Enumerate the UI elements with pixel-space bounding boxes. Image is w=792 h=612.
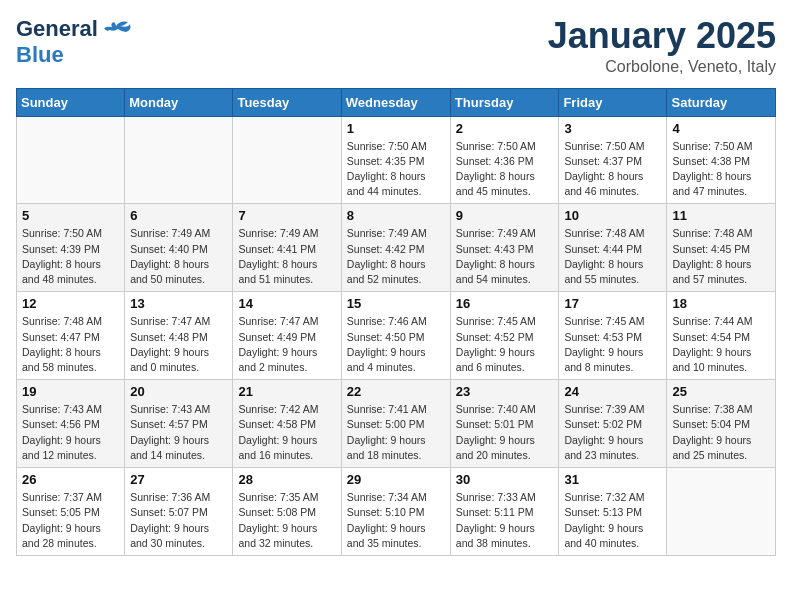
day-cell: 6Sunrise: 7:49 AM Sunset: 4:40 PM Daylig… (125, 204, 233, 292)
logo: General Blue (16, 16, 132, 68)
day-cell: 19Sunrise: 7:43 AM Sunset: 4:56 PM Dayli… (17, 380, 125, 468)
day-number: 27 (130, 472, 227, 487)
day-cell: 10Sunrise: 7:48 AM Sunset: 4:44 PM Dayli… (559, 204, 667, 292)
day-cell: 30Sunrise: 7:33 AM Sunset: 5:11 PM Dayli… (450, 468, 559, 556)
day-cell: 9Sunrise: 7:49 AM Sunset: 4:43 PM Daylig… (450, 204, 559, 292)
day-cell: 2Sunrise: 7:50 AM Sunset: 4:36 PM Daylig… (450, 116, 559, 204)
day-info: Sunrise: 7:32 AM Sunset: 5:13 PM Dayligh… (564, 490, 661, 551)
column-header-monday: Monday (125, 88, 233, 116)
week-row-3: 12Sunrise: 7:48 AM Sunset: 4:47 PM Dayli… (17, 292, 776, 380)
day-info: Sunrise: 7:44 AM Sunset: 4:54 PM Dayligh… (672, 314, 770, 375)
day-number: 6 (130, 208, 227, 223)
day-info: Sunrise: 7:50 AM Sunset: 4:37 PM Dayligh… (564, 139, 661, 200)
day-cell: 22Sunrise: 7:41 AM Sunset: 5:00 PM Dayli… (341, 380, 450, 468)
day-info: Sunrise: 7:48 AM Sunset: 4:44 PM Dayligh… (564, 226, 661, 287)
day-number: 25 (672, 384, 770, 399)
day-number: 11 (672, 208, 770, 223)
day-cell: 23Sunrise: 7:40 AM Sunset: 5:01 PM Dayli… (450, 380, 559, 468)
day-cell: 24Sunrise: 7:39 AM Sunset: 5:02 PM Dayli… (559, 380, 667, 468)
logo-general: General (16, 16, 98, 42)
title-area: January 2025 Corbolone, Veneto, Italy (548, 16, 776, 76)
day-cell: 3Sunrise: 7:50 AM Sunset: 4:37 PM Daylig… (559, 116, 667, 204)
day-number: 5 (22, 208, 119, 223)
day-info: Sunrise: 7:50 AM Sunset: 4:38 PM Dayligh… (672, 139, 770, 200)
day-info: Sunrise: 7:45 AM Sunset: 4:52 PM Dayligh… (456, 314, 554, 375)
day-info: Sunrise: 7:47 AM Sunset: 4:49 PM Dayligh… (238, 314, 335, 375)
column-header-friday: Friday (559, 88, 667, 116)
week-row-5: 26Sunrise: 7:37 AM Sunset: 5:05 PM Dayli… (17, 468, 776, 556)
day-number: 10 (564, 208, 661, 223)
day-number: 22 (347, 384, 445, 399)
logo-bird-icon (102, 18, 132, 40)
day-cell: 12Sunrise: 7:48 AM Sunset: 4:47 PM Dayli… (17, 292, 125, 380)
day-cell: 15Sunrise: 7:46 AM Sunset: 4:50 PM Dayli… (341, 292, 450, 380)
day-number: 9 (456, 208, 554, 223)
day-number: 4 (672, 121, 770, 136)
day-number: 16 (456, 296, 554, 311)
week-row-4: 19Sunrise: 7:43 AM Sunset: 4:56 PM Dayli… (17, 380, 776, 468)
day-info: Sunrise: 7:47 AM Sunset: 4:48 PM Dayligh… (130, 314, 227, 375)
column-header-sunday: Sunday (17, 88, 125, 116)
day-cell: 14Sunrise: 7:47 AM Sunset: 4:49 PM Dayli… (233, 292, 341, 380)
day-cell: 31Sunrise: 7:32 AM Sunset: 5:13 PM Dayli… (559, 468, 667, 556)
day-cell (17, 116, 125, 204)
column-header-saturday: Saturday (667, 88, 776, 116)
column-header-tuesday: Tuesday (233, 88, 341, 116)
day-info: Sunrise: 7:46 AM Sunset: 4:50 PM Dayligh… (347, 314, 445, 375)
day-info: Sunrise: 7:43 AM Sunset: 4:56 PM Dayligh… (22, 402, 119, 463)
day-info: Sunrise: 7:40 AM Sunset: 5:01 PM Dayligh… (456, 402, 554, 463)
day-cell: 13Sunrise: 7:47 AM Sunset: 4:48 PM Dayli… (125, 292, 233, 380)
day-cell: 7Sunrise: 7:49 AM Sunset: 4:41 PM Daylig… (233, 204, 341, 292)
day-number: 1 (347, 121, 445, 136)
day-cell: 11Sunrise: 7:48 AM Sunset: 4:45 PM Dayli… (667, 204, 776, 292)
day-cell (667, 468, 776, 556)
day-info: Sunrise: 7:43 AM Sunset: 4:57 PM Dayligh… (130, 402, 227, 463)
day-number: 8 (347, 208, 445, 223)
day-number: 3 (564, 121, 661, 136)
day-number: 21 (238, 384, 335, 399)
day-cell: 18Sunrise: 7:44 AM Sunset: 4:54 PM Dayli… (667, 292, 776, 380)
day-info: Sunrise: 7:48 AM Sunset: 4:47 PM Dayligh… (22, 314, 119, 375)
day-info: Sunrise: 7:49 AM Sunset: 4:41 PM Dayligh… (238, 226, 335, 287)
day-number: 13 (130, 296, 227, 311)
day-cell: 16Sunrise: 7:45 AM Sunset: 4:52 PM Dayli… (450, 292, 559, 380)
day-info: Sunrise: 7:50 AM Sunset: 4:39 PM Dayligh… (22, 226, 119, 287)
calendar: SundayMondayTuesdayWednesdayThursdayFrid… (16, 88, 776, 556)
column-header-wednesday: Wednesday (341, 88, 450, 116)
day-info: Sunrise: 7:42 AM Sunset: 4:58 PM Dayligh… (238, 402, 335, 463)
column-header-thursday: Thursday (450, 88, 559, 116)
day-info: Sunrise: 7:49 AM Sunset: 4:40 PM Dayligh… (130, 226, 227, 287)
day-info: Sunrise: 7:34 AM Sunset: 5:10 PM Dayligh… (347, 490, 445, 551)
day-number: 30 (456, 472, 554, 487)
day-number: 17 (564, 296, 661, 311)
day-cell: 4Sunrise: 7:50 AM Sunset: 4:38 PM Daylig… (667, 116, 776, 204)
day-cell: 20Sunrise: 7:43 AM Sunset: 4:57 PM Dayli… (125, 380, 233, 468)
day-info: Sunrise: 7:50 AM Sunset: 4:35 PM Dayligh… (347, 139, 445, 200)
month-title: January 2025 (548, 16, 776, 56)
day-info: Sunrise: 7:49 AM Sunset: 4:42 PM Dayligh… (347, 226, 445, 287)
day-cell (233, 116, 341, 204)
day-number: 20 (130, 384, 227, 399)
calendar-header-row: SundayMondayTuesdayWednesdayThursdayFrid… (17, 88, 776, 116)
day-info: Sunrise: 7:49 AM Sunset: 4:43 PM Dayligh… (456, 226, 554, 287)
day-number: 15 (347, 296, 445, 311)
day-info: Sunrise: 7:45 AM Sunset: 4:53 PM Dayligh… (564, 314, 661, 375)
day-info: Sunrise: 7:38 AM Sunset: 5:04 PM Dayligh… (672, 402, 770, 463)
day-cell: 8Sunrise: 7:49 AM Sunset: 4:42 PM Daylig… (341, 204, 450, 292)
week-row-1: 1Sunrise: 7:50 AM Sunset: 4:35 PM Daylig… (17, 116, 776, 204)
day-number: 24 (564, 384, 661, 399)
day-info: Sunrise: 7:48 AM Sunset: 4:45 PM Dayligh… (672, 226, 770, 287)
day-number: 7 (238, 208, 335, 223)
day-info: Sunrise: 7:33 AM Sunset: 5:11 PM Dayligh… (456, 490, 554, 551)
location-title: Corbolone, Veneto, Italy (548, 58, 776, 76)
header: General Blue January 2025 Corbolone, Ven… (16, 16, 776, 76)
day-number: 19 (22, 384, 119, 399)
logo-blue: Blue (16, 42, 64, 68)
week-row-2: 5Sunrise: 7:50 AM Sunset: 4:39 PM Daylig… (17, 204, 776, 292)
day-number: 2 (456, 121, 554, 136)
day-number: 26 (22, 472, 119, 487)
day-number: 12 (22, 296, 119, 311)
day-cell: 17Sunrise: 7:45 AM Sunset: 4:53 PM Dayli… (559, 292, 667, 380)
day-info: Sunrise: 7:41 AM Sunset: 5:00 PM Dayligh… (347, 402, 445, 463)
day-cell: 21Sunrise: 7:42 AM Sunset: 4:58 PM Dayli… (233, 380, 341, 468)
